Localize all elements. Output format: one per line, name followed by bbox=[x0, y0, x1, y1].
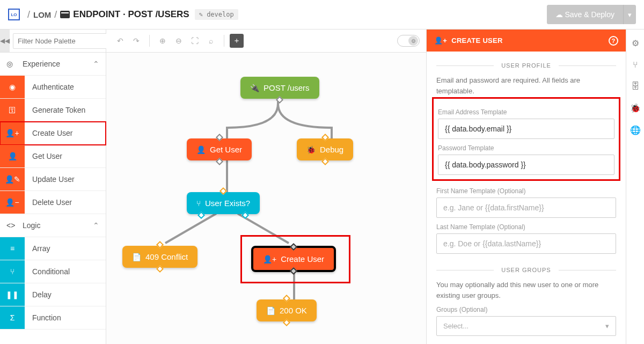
node-create-user[interactable]: 👤+Create User bbox=[251, 246, 336, 272]
settings-toggle[interactable] bbox=[397, 35, 420, 47]
password-template-input[interactable] bbox=[438, 155, 614, 175]
fit-button[interactable]: ⛶ bbox=[187, 33, 202, 48]
node-user-exists[interactable]: ⑂User Exists? bbox=[187, 192, 260, 214]
page-title: ENDPOINT · POST /USERS bbox=[73, 9, 189, 20]
gear-icon[interactable]: ⚙ bbox=[632, 38, 639, 48]
palette-item-function[interactable]: Σ Function bbox=[0, 306, 106, 330]
user-add-icon: 👤+ bbox=[434, 36, 447, 45]
user-icon: 👤 bbox=[0, 145, 25, 167]
globe-icon[interactable]: 🌐 bbox=[630, 125, 641, 135]
email-template-input[interactable] bbox=[438, 119, 614, 139]
firstname-template-input[interactable] bbox=[436, 197, 616, 218]
node-200-ok[interactable]: 📄200 OK bbox=[257, 299, 317, 321]
user-remove-icon: 👤− bbox=[0, 191, 25, 214]
palette-item-get-user[interactable]: 👤 Get User bbox=[0, 145, 106, 168]
lastname-template-input[interactable] bbox=[436, 233, 616, 254]
node-409-conflict[interactable]: 📄409 Conflict bbox=[122, 246, 197, 268]
node-post-users[interactable]: 🔌POST /users bbox=[240, 77, 319, 99]
right-rail: ⚙ ⑂ 🗄 🐞 🌐 bbox=[626, 30, 644, 344]
palette-item-generate-token[interactable]: ⚿ Generate Token bbox=[0, 99, 106, 122]
breadcrumb-app[interactable]: LOM bbox=[33, 10, 51, 19]
palette-item-delay[interactable]: ❚❚ Delay bbox=[0, 283, 106, 306]
redo-button[interactable]: ↷ bbox=[129, 33, 144, 48]
user-icon: 👤 bbox=[196, 145, 206, 154]
section-user-profile: USER PROFILE bbox=[436, 62, 616, 69]
chevron-up-icon: ⌃ bbox=[93, 221, 99, 230]
groups-label: Groups (Optional) bbox=[436, 306, 616, 313]
user-edit-icon: 👤✎ bbox=[0, 168, 25, 191]
palette-item-update-user[interactable]: 👤✎ Update User bbox=[0, 168, 106, 191]
reply-icon: 📄 bbox=[266, 306, 275, 315]
palette-item-array[interactable]: ≡ Array bbox=[0, 237, 106, 260]
groups-description: You may optionally add this new user to … bbox=[436, 280, 616, 301]
user-add-icon: 👤+ bbox=[0, 122, 25, 144]
collapse-palette-button[interactable]: ◀◀ bbox=[0, 30, 10, 52]
experience-icon: ◎ bbox=[6, 60, 23, 68]
database-icon[interactable]: 🗄 bbox=[631, 82, 640, 91]
groups-select[interactable]: Select...▾ bbox=[436, 316, 616, 336]
branch-tag[interactable]: develop bbox=[195, 9, 238, 20]
email-label: Email Address Template bbox=[438, 108, 614, 116]
zoom-in-button[interactable]: ⊕ bbox=[155, 33, 170, 48]
key-icon: ⚿ bbox=[0, 99, 25, 121]
add-node-button[interactable]: ＋ bbox=[230, 34, 244, 48]
header: LO / LOM / ENDPOINT · POST /USERS develo… bbox=[0, 0, 644, 30]
firstname-label: First Name Template (Optional) bbox=[436, 187, 616, 195]
plug-icon: 🔌 bbox=[250, 84, 259, 92]
fingerprint-icon: ◉ bbox=[0, 76, 25, 98]
palette-item-create-user[interactable]: 👤+ Create User bbox=[0, 122, 106, 145]
palette-item-authenticate[interactable]: ◉ Authenticate bbox=[0, 76, 106, 99]
lastname-label: Last Name Template (Optional) bbox=[436, 223, 616, 231]
category-experience[interactable]: ◎ Experience⌃ bbox=[0, 53, 106, 76]
pause-icon: ❚❚ bbox=[0, 283, 25, 306]
panel-header: 👤+ CREATE USER ? bbox=[427, 30, 626, 52]
user-add-icon: 👤+ bbox=[263, 255, 276, 264]
undo-button[interactable]: ↶ bbox=[113, 33, 128, 48]
workflow-canvas[interactable]: 🔌POST /users 👤Get User 🐞Debug ⑂User Exis… bbox=[106, 53, 426, 344]
node-get-user[interactable]: 👤Get User bbox=[187, 138, 252, 160]
branch-icon: ⑂ bbox=[196, 199, 201, 208]
palette-item-conditional[interactable]: ⑂ Conditional bbox=[0, 260, 106, 283]
bug-icon[interactable]: 🐞 bbox=[630, 103, 641, 113]
save-dropdown-button[interactable]: ▾ bbox=[623, 5, 636, 24]
node-debug[interactable]: 🐞Debug bbox=[297, 138, 353, 160]
node-palette: ◀◀ ◎ Experience⌃ ◉ Authenticate ⚿ Genera… bbox=[0, 30, 106, 344]
logo[interactable]: LO bbox=[8, 9, 20, 20]
chevron-down-icon: ▾ bbox=[605, 322, 609, 330]
required-fields-highlight: Email Address Template Password Template bbox=[432, 97, 620, 181]
window-icon bbox=[60, 11, 70, 18]
save-deploy-button[interactable]: Save & Deploy bbox=[547, 5, 624, 24]
zoom-reset-button[interactable]: ⌕ bbox=[203, 33, 218, 48]
git-branch-icon[interactable]: ⑂ bbox=[633, 60, 638, 70]
palette-item-delete-user[interactable]: 👤− Delete User bbox=[0, 191, 106, 214]
help-icon[interactable]: ? bbox=[609, 36, 618, 46]
properties-panel: 👤+ CREATE USER ? USER PROFILE Email and … bbox=[426, 30, 626, 344]
sigma-icon: Σ bbox=[0, 306, 25, 329]
workflow-canvas-wrap: ↶ ↷ ⊕ ⊖ ⛶ ⌕ ＋ 🔌POST bbox=[106, 30, 426, 344]
password-label: Password Template bbox=[438, 144, 614, 152]
reply-icon: 📄 bbox=[132, 253, 141, 261]
chevron-up-icon: ⌃ bbox=[93, 60, 99, 68]
palette-filter-input[interactable] bbox=[13, 33, 113, 49]
canvas-toolbar: ↶ ↷ ⊕ ⊖ ⛶ ⌕ ＋ bbox=[106, 30, 426, 53]
profile-description: Email and password are required. All fie… bbox=[436, 75, 616, 96]
zoom-out-button[interactable]: ⊖ bbox=[171, 33, 186, 48]
section-user-groups: USER GROUPS bbox=[436, 267, 616, 273]
list-icon: ≡ bbox=[0, 237, 25, 260]
code-icon: <> bbox=[6, 221, 23, 230]
crumb-sep: / bbox=[27, 9, 30, 20]
category-logic[interactable]: <> Logic⌃ bbox=[0, 214, 106, 237]
branch-icon: ⑂ bbox=[0, 260, 25, 283]
bug-icon: 🐞 bbox=[306, 145, 316, 154]
crumb-sep: / bbox=[54, 9, 57, 20]
